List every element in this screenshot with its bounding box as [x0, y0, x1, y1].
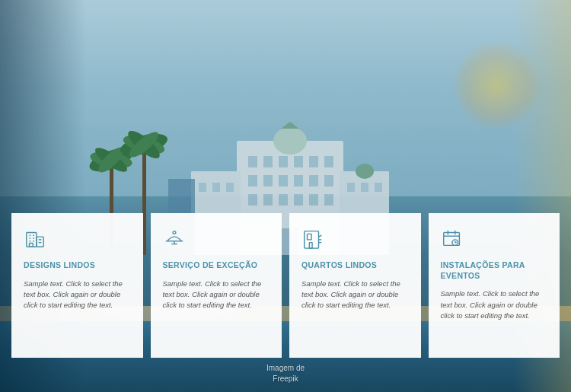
attribution-line2: Freepik [266, 374, 305, 384]
svg-rect-43 [27, 233, 37, 247]
card-designs-lindos-text[interactable]: Sample text. Click to select the text bo… [24, 279, 131, 311]
card-servico-excecao[interactable]: SERVIÇO DE EXCEÇÃO Sample text. Click to… [151, 213, 282, 358]
card-quartos-lindos[interactable]: QUARTOS LINDOS Sample text. Click to sel… [289, 213, 421, 358]
card-instalacoes-eventos[interactable]: INSTALAÇÕES PARA EVENTOS Sample text. Cl… [429, 213, 560, 358]
cards-row: DESIGNS LINDOS Sample text. Click to sel… [11, 213, 560, 358]
card-designs-lindos[interactable]: DESIGNS LINDOS Sample text. Click to sel… [11, 213, 143, 358]
card-instalacoes-eventos-text[interactable]: Sample text. Click to select the text bo… [441, 288, 548, 321]
card-quartos-lindos-text[interactable]: Sample text. Click to select the text bo… [301, 279, 409, 311]
building-icon [24, 227, 131, 253]
svg-rect-63 [309, 243, 312, 249]
card-quartos-lindos-title: QUARTOS LINDOS [301, 260, 409, 271]
card-designs-lindos-title: DESIGNS LINDOS [24, 260, 131, 271]
events-icon [441, 227, 548, 253]
room-icon [301, 227, 409, 253]
svg-rect-64 [443, 233, 459, 246]
card-servico-excecao-text[interactable]: Sample text. Click to select the text bo… [163, 279, 270, 311]
svg-rect-59 [308, 234, 312, 240]
svg-rect-51 [30, 244, 33, 247]
card-servico-excecao-title: SERVIÇO DE EXCEÇÃO [163, 260, 270, 271]
attribution: Imagem de Freepik [266, 363, 305, 384]
main-content: DESIGNS LINDOS Sample text. Click to sel… [0, 0, 571, 392]
svg-point-57 [173, 231, 176, 234]
svg-rect-44 [37, 237, 43, 247]
card-instalacoes-eventos-title: INSTALAÇÕES PARA EVENTOS [441, 260, 548, 281]
service-icon [163, 227, 270, 253]
attribution-line1: Imagem de [266, 363, 305, 374]
